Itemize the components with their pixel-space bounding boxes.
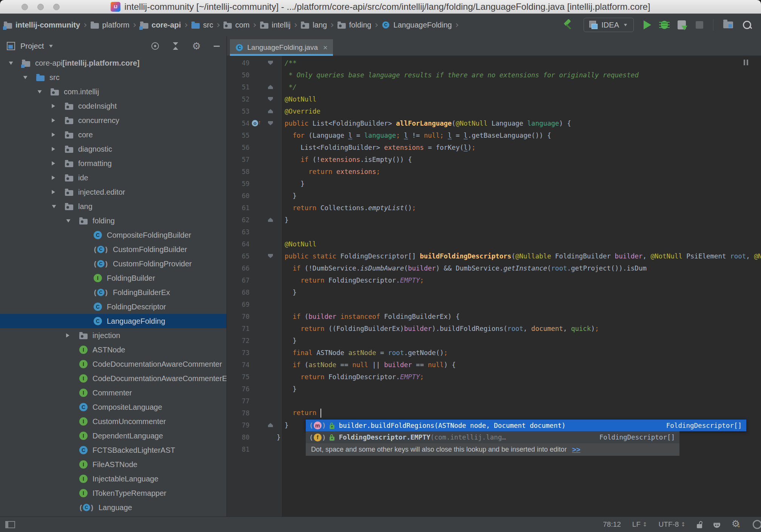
expand-arrow-icon[interactable] <box>51 132 65 137</box>
fold-marker-icon[interactable] <box>268 85 273 89</box>
sidebar-item-customfoldingbuilder[interactable]: (C)CustomFoldingBuilder <box>0 242 226 257</box>
zoom-window-button[interactable] <box>53 4 60 10</box>
completion-item[interactable]: (f) FoldingDescriptor.EMPTY (com.intelli… <box>306 431 679 443</box>
fold-marker-icon[interactable] <box>268 109 273 113</box>
tree-item-label: injected.editor <box>78 188 125 197</box>
sidebar-item-compositefoldingbuilder[interactable]: CCompositeFoldingBuilder <box>0 228 226 242</box>
minimize-window-button[interactable] <box>37 4 44 10</box>
tree-item-label: ITokenTypeRemapper <box>92 489 166 498</box>
code-line-61: 61 return Collections.emptyList(); <box>227 202 761 214</box>
breadcrumb-item-lang[interactable]: lang <box>301 21 327 29</box>
gear-icon[interactable]: ⚙ <box>192 42 201 50</box>
expand-arrow-icon[interactable] <box>23 75 36 80</box>
caret-position[interactable]: 78:12 <box>603 520 621 529</box>
fold-marker-icon[interactable] <box>268 121 273 125</box>
sidebar-item-ide[interactable]: ide <box>0 171 226 185</box>
hint-more-link[interactable]: >> <box>572 446 580 454</box>
breadcrumb-item-src[interactable]: src <box>191 21 213 29</box>
expand-arrow-icon[interactable] <box>37 90 51 94</box>
run-config-select[interactable]: IDEA <box>584 18 634 32</box>
overrides-method-icon[interactable]: o <box>252 120 258 126</box>
unlock-icon[interactable] <box>697 524 702 528</box>
completion-package: (com.intellij.lang… <box>430 434 506 441</box>
toolwindow-toggle-button[interactable] <box>5 521 15 528</box>
sidebar-item-fileastnode[interactable]: IFileASTNode <box>0 457 226 472</box>
stop-button[interactable] <box>696 21 703 29</box>
close-icon[interactable]: × <box>323 43 328 52</box>
run-button[interactable] <box>644 20 651 29</box>
close-window-button[interactable] <box>22 4 28 10</box>
sidebar-item-astnode[interactable]: IASTNode <box>0 343 226 357</box>
sidebar-item-fctsbackedlighterast[interactable]: CFCTSBackedLighterAST <box>0 443 226 457</box>
sidebar-item-languagefolding[interactable]: CLanguageFolding <box>0 314 226 328</box>
line-ending-select[interactable]: LF ↕ <box>632 520 647 529</box>
sidebar-item-src[interactable]: src <box>0 70 226 85</box>
sidebar-item-formatting[interactable]: formatting <box>0 156 226 171</box>
sidebar-item-dependentlanguage[interactable]: IDependentLanguage <box>0 429 226 443</box>
sidebar-item-compositelanguage[interactable]: CCompositeLanguage <box>0 400 226 414</box>
expand-arrow-icon[interactable] <box>66 219 79 223</box>
breadcrumb-item-platform[interactable]: platform <box>91 21 129 29</box>
breadcrumb-item-core-api[interactable]: core-api <box>140 21 181 29</box>
coverage-button[interactable] <box>678 20 686 29</box>
sidebar-item-injected.editor[interactable]: injected.editor <box>0 185 226 199</box>
expand-arrow-icon[interactable] <box>51 118 65 123</box>
encoding-select[interactable]: UTF-8 ↕ <box>659 520 686 529</box>
sidebar-item-commenter[interactable]: ICommenter <box>0 386 226 400</box>
sidebar-item-language[interactable]: (C)Language <box>0 500 226 515</box>
update-gear-icon[interactable] <box>732 520 741 529</box>
expand-arrow-icon[interactable] <box>66 333 79 338</box>
sidebar-item-customuncommenter[interactable]: ICustomUncommenter <box>0 414 226 429</box>
project-structure-button[interactable] <box>723 22 733 28</box>
breadcrumb-item-intellij[interactable]: intellij <box>260 21 291 29</box>
sidebar-item-itokentyperemapper[interactable]: IITokenTypeRemapper <box>0 486 226 500</box>
tab-languagefolding[interactable]: C LanguageFolding.java × <box>230 39 333 56</box>
expand-arrow-icon[interactable] <box>51 161 65 166</box>
sidebar-item-foldingbuilderex[interactable]: (C)FoldingBuilderEx <box>0 285 226 300</box>
sidebar-item-codeinsight[interactable]: codeInsight <box>0 99 226 113</box>
expand-arrow-icon[interactable] <box>51 204 65 209</box>
collapse-all-button[interactable] <box>172 42 179 50</box>
expand-arrow-icon[interactable] <box>51 175 65 180</box>
fold-marker-icon[interactable] <box>268 61 273 65</box>
text-caret <box>320 409 321 418</box>
expand-arrow-icon[interactable] <box>51 189 65 195</box>
sidebar-item-core[interactable]: core <box>0 128 226 142</box>
sidebar-item-injection[interactable]: injection <box>0 328 226 343</box>
fold-marker-icon[interactable] <box>268 254 273 258</box>
sidebar-item-customfoldingprovider[interactable]: (C)CustomFoldingProvider <box>0 257 226 271</box>
hector-inspector-icon[interactable] <box>713 521 720 528</box>
sidebar-item-lang[interactable]: lang <box>0 199 226 214</box>
debug-button[interactable] <box>661 21 668 29</box>
sidebar-item-concurrency[interactable]: concurrency <box>0 113 226 128</box>
locate-file-button[interactable] <box>151 42 159 50</box>
breadcrumb-label: LanguageFolding <box>393 21 452 29</box>
sidebar-item-folding[interactable]: folding <box>0 214 226 228</box>
background-task-icon[interactable] <box>753 520 761 529</box>
hide-panel-button[interactable] <box>214 46 220 47</box>
breadcrumb-item-folding[interactable]: folding <box>337 21 371 29</box>
expand-arrow-icon[interactable] <box>51 103 65 109</box>
build-hammer-icon[interactable] <box>562 19 574 31</box>
fold-marker-icon[interactable] <box>268 423 273 427</box>
sidebar-item-foldingdescriptor[interactable]: CFoldingDescriptor <box>0 300 226 314</box>
fold-marker-icon[interactable] <box>268 218 273 222</box>
breadcrumb-item-intellij-community[interactable]: intellij-community <box>4 21 80 29</box>
package-icon <box>65 147 73 153</box>
sidebar-item-diagnostic[interactable]: diagnostic <box>0 142 226 156</box>
sidebar-item-core-api[interactable]: core-api [intellij.platform.core] <box>0 56 226 70</box>
sidebar-item-codedocumentationawarecommenter[interactable]: ICodeDocumentationAwareCommenter <box>0 357 226 371</box>
breadcrumb-item-com[interactable]: com <box>223 21 250 29</box>
code-text: public static FoldingDescriptor[] buildF… <box>277 252 761 260</box>
fold-marker-icon[interactable] <box>268 97 273 101</box>
sidebar-item-injectablelanguage[interactable]: IInjectableLanguage <box>0 472 226 486</box>
search-everywhere-button[interactable] <box>743 21 751 29</box>
completion-item-selected[interactable]: (m) builder.buildFoldRegions(ASTNode nod… <box>306 420 746 431</box>
breadcrumb-item-languagefolding[interactable]: CLanguageFolding <box>382 21 452 29</box>
project-panel-header[interactable]: Project ⚙ <box>0 36 226 56</box>
sidebar-item-foldingbuilder[interactable]: IFoldingBuilder <box>0 271 226 285</box>
sidebar-item-com.intellij[interactable]: com.intellij <box>0 85 226 99</box>
expand-arrow-icon[interactable] <box>51 146 65 152</box>
sidebar-item-codedocumentationawarecommenterex[interactable]: ICodeDocumentationAwareCommenterEx <box>0 371 226 386</box>
expand-arrow-icon[interactable] <box>8 61 22 65</box>
